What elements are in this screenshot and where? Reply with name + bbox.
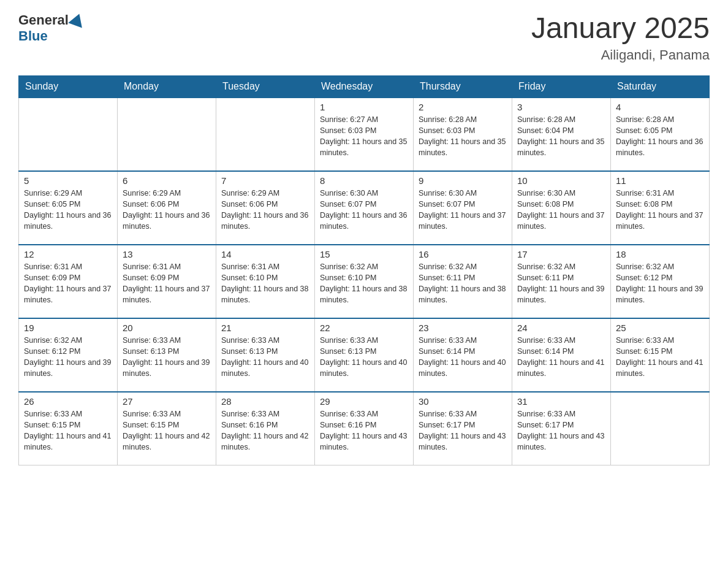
calendar-cell: 20Sunrise: 6:33 AM Sunset: 6:13 PM Dayli… xyxy=(118,318,216,392)
calendar-cell: 18Sunrise: 6:32 AM Sunset: 6:12 PM Dayli… xyxy=(611,245,710,318)
calendar-week-4: 19Sunrise: 6:32 AM Sunset: 6:12 PM Dayli… xyxy=(19,318,710,392)
calendar-cell: 2Sunrise: 6:28 AM Sunset: 6:03 PM Daylig… xyxy=(414,98,512,171)
day-number: 29 xyxy=(320,396,408,407)
day-info: Sunrise: 6:30 AM Sunset: 6:07 PM Dayligh… xyxy=(419,188,507,232)
day-info: Sunrise: 6:33 AM Sunset: 6:13 PM Dayligh… xyxy=(221,335,309,380)
day-info: Sunrise: 6:29 AM Sunset: 6:06 PM Dayligh… xyxy=(123,188,211,232)
day-number: 1 xyxy=(320,102,408,112)
day-number: 24 xyxy=(517,323,605,333)
day-info: Sunrise: 6:31 AM Sunset: 6:08 PM Dayligh… xyxy=(616,188,704,232)
calendar-cell: 27Sunrise: 6:33 AM Sunset: 6:15 PM Dayli… xyxy=(118,392,216,465)
day-info: Sunrise: 6:28 AM Sunset: 6:05 PM Dayligh… xyxy=(616,114,704,159)
calendar-cell: 24Sunrise: 6:33 AM Sunset: 6:14 PM Dayli… xyxy=(512,318,611,392)
day-info: Sunrise: 6:33 AM Sunset: 6:13 PM Dayligh… xyxy=(320,335,408,380)
day-info: Sunrise: 6:28 AM Sunset: 6:04 PM Dayligh… xyxy=(517,114,605,159)
day-number: 7 xyxy=(221,175,309,186)
logo-triangle-icon xyxy=(68,12,86,28)
day-info: Sunrise: 6:29 AM Sunset: 6:05 PM Dayligh… xyxy=(24,188,112,232)
day-number: 4 xyxy=(616,102,704,112)
day-number: 26 xyxy=(24,396,112,407)
calendar-cell: 9Sunrise: 6:30 AM Sunset: 6:07 PM Daylig… xyxy=(414,171,512,245)
day-info: Sunrise: 6:33 AM Sunset: 6:14 PM Dayligh… xyxy=(419,335,507,380)
calendar-title: January 2025 xyxy=(531,12,710,45)
calendar-cell: 22Sunrise: 6:33 AM Sunset: 6:13 PM Dayli… xyxy=(315,318,414,392)
day-number: 14 xyxy=(221,249,309,259)
day-info: Sunrise: 6:33 AM Sunset: 6:15 PM Dayligh… xyxy=(24,408,112,453)
header-monday: Monday xyxy=(118,75,216,98)
day-number: 23 xyxy=(419,323,507,333)
header-tuesday: Tuesday xyxy=(216,75,315,98)
calendar-cell: 1Sunrise: 6:27 AM Sunset: 6:03 PM Daylig… xyxy=(315,98,414,171)
calendar-week-5: 26Sunrise: 6:33 AM Sunset: 6:15 PM Dayli… xyxy=(19,392,710,465)
day-number: 27 xyxy=(123,396,211,407)
day-info: Sunrise: 6:32 AM Sunset: 6:12 PM Dayligh… xyxy=(616,261,704,306)
calendar-cell: 13Sunrise: 6:31 AM Sunset: 6:09 PM Dayli… xyxy=(118,245,216,318)
calendar-cell: 10Sunrise: 6:30 AM Sunset: 6:08 PM Dayli… xyxy=(512,171,611,245)
calendar-cell: 6Sunrise: 6:29 AM Sunset: 6:06 PM Daylig… xyxy=(118,171,216,245)
day-info: Sunrise: 6:33 AM Sunset: 6:16 PM Dayligh… xyxy=(320,408,408,453)
day-info: Sunrise: 6:32 AM Sunset: 6:11 PM Dayligh… xyxy=(517,261,605,306)
calendar-cell: 28Sunrise: 6:33 AM Sunset: 6:16 PM Dayli… xyxy=(216,392,315,465)
day-info: Sunrise: 6:32 AM Sunset: 6:10 PM Dayligh… xyxy=(320,261,408,306)
day-number: 16 xyxy=(419,249,507,259)
calendar-cell: 4Sunrise: 6:28 AM Sunset: 6:05 PM Daylig… xyxy=(611,98,710,171)
calendar-cell xyxy=(19,98,118,171)
day-number: 28 xyxy=(221,396,309,407)
day-number: 9 xyxy=(419,175,507,186)
calendar-cell: 16Sunrise: 6:32 AM Sunset: 6:11 PM Dayli… xyxy=(414,245,512,318)
day-number: 5 xyxy=(24,175,112,186)
day-info: Sunrise: 6:30 AM Sunset: 6:07 PM Dayligh… xyxy=(320,188,408,232)
day-number: 25 xyxy=(616,323,704,333)
calendar-cell xyxy=(611,392,710,465)
calendar-cell: 19Sunrise: 6:32 AM Sunset: 6:12 PM Dayli… xyxy=(19,318,118,392)
calendar-week-2: 5Sunrise: 6:29 AM Sunset: 6:05 PM Daylig… xyxy=(19,171,710,245)
day-info: Sunrise: 6:28 AM Sunset: 6:03 PM Dayligh… xyxy=(419,114,507,159)
day-info: Sunrise: 6:33 AM Sunset: 6:15 PM Dayligh… xyxy=(123,408,211,453)
calendar-cell: 23Sunrise: 6:33 AM Sunset: 6:14 PM Dayli… xyxy=(414,318,512,392)
calendar-subtitle: Ailigandi, Panama xyxy=(531,47,710,63)
day-number: 3 xyxy=(517,102,605,112)
day-number: 22 xyxy=(320,323,408,333)
header-friday: Friday xyxy=(512,75,611,98)
title-block: January 2025 Ailigandi, Panama xyxy=(531,12,710,63)
day-number: 2 xyxy=(419,102,507,112)
calendar-cell: 30Sunrise: 6:33 AM Sunset: 6:17 PM Dayli… xyxy=(414,392,512,465)
day-info: Sunrise: 6:31 AM Sunset: 6:10 PM Dayligh… xyxy=(221,261,309,306)
calendar-cell xyxy=(118,98,216,171)
logo: General Blue xyxy=(18,12,85,45)
logo-general-text: General xyxy=(18,12,69,28)
logo-blue-text: Blue xyxy=(18,28,48,44)
day-number: 13 xyxy=(123,249,211,259)
header-thursday: Thursday xyxy=(414,75,512,98)
page-header: General Blue January 2025 Ailigandi, Pan… xyxy=(18,12,710,63)
calendar-cell: 14Sunrise: 6:31 AM Sunset: 6:10 PM Dayli… xyxy=(216,245,315,318)
day-number: 21 xyxy=(221,323,309,333)
calendar-week-3: 12Sunrise: 6:31 AM Sunset: 6:09 PM Dayli… xyxy=(19,245,710,318)
day-number: 15 xyxy=(320,249,408,259)
day-info: Sunrise: 6:27 AM Sunset: 6:03 PM Dayligh… xyxy=(320,114,408,159)
calendar-cell: 3Sunrise: 6:28 AM Sunset: 6:04 PM Daylig… xyxy=(512,98,611,171)
calendar-cell: 21Sunrise: 6:33 AM Sunset: 6:13 PM Dayli… xyxy=(216,318,315,392)
day-number: 31 xyxy=(517,396,605,407)
day-info: Sunrise: 6:32 AM Sunset: 6:11 PM Dayligh… xyxy=(419,261,507,306)
header-sunday: Sunday xyxy=(19,75,118,98)
day-number: 8 xyxy=(320,175,408,186)
day-info: Sunrise: 6:33 AM Sunset: 6:15 PM Dayligh… xyxy=(616,335,704,380)
day-info: Sunrise: 6:31 AM Sunset: 6:09 PM Dayligh… xyxy=(24,261,112,306)
day-info: Sunrise: 6:33 AM Sunset: 6:16 PM Dayligh… xyxy=(221,408,309,453)
calendar-cell: 25Sunrise: 6:33 AM Sunset: 6:15 PM Dayli… xyxy=(611,318,710,392)
calendar-cell: 12Sunrise: 6:31 AM Sunset: 6:09 PM Dayli… xyxy=(19,245,118,318)
day-number: 10 xyxy=(517,175,605,186)
day-info: Sunrise: 6:29 AM Sunset: 6:06 PM Dayligh… xyxy=(221,188,309,232)
day-number: 30 xyxy=(419,396,507,407)
calendar-cell: 7Sunrise: 6:29 AM Sunset: 6:06 PM Daylig… xyxy=(216,171,315,245)
calendar-week-1: 1Sunrise: 6:27 AM Sunset: 6:03 PM Daylig… xyxy=(19,98,710,171)
day-info: Sunrise: 6:33 AM Sunset: 6:17 PM Dayligh… xyxy=(419,408,507,453)
day-number: 17 xyxy=(517,249,605,259)
calendar-cell: 15Sunrise: 6:32 AM Sunset: 6:10 PM Dayli… xyxy=(315,245,414,318)
calendar-cell: 5Sunrise: 6:29 AM Sunset: 6:05 PM Daylig… xyxy=(19,171,118,245)
day-number: 20 xyxy=(123,323,211,333)
calendar-table: SundayMondayTuesdayWednesdayThursdayFrid… xyxy=(18,75,710,466)
day-info: Sunrise: 6:33 AM Sunset: 6:17 PM Dayligh… xyxy=(517,408,605,453)
calendar-cell: 8Sunrise: 6:30 AM Sunset: 6:07 PM Daylig… xyxy=(315,171,414,245)
